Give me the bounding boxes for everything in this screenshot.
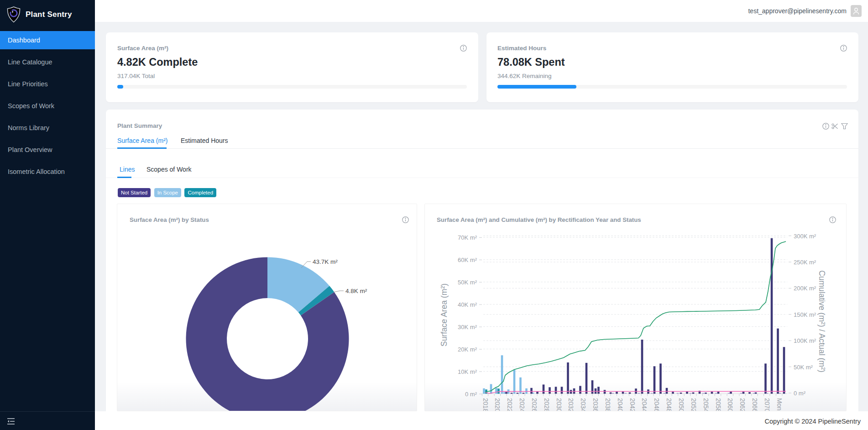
svg-text:2040: 2040 xyxy=(617,398,624,411)
svg-text:2020: 2020 xyxy=(494,398,501,411)
svg-text:2048: 2048 xyxy=(665,398,673,411)
svg-text:300K m²: 300K m² xyxy=(794,233,816,240)
svg-text:150K m²: 150K m² xyxy=(794,311,816,318)
svg-text:2032: 2032 xyxy=(567,398,575,411)
svg-text:43.7K m²: 43.7K m² xyxy=(313,258,338,265)
svg-text:2058: 2058 xyxy=(715,398,722,411)
svg-text:2050: 2050 xyxy=(678,398,685,411)
svg-text:2018: 2018 xyxy=(482,398,489,411)
svg-text:2034: 2034 xyxy=(580,398,587,411)
svg-text:2042: 2042 xyxy=(629,398,636,411)
svg-text:2022: 2022 xyxy=(506,398,513,411)
svg-text:2044: 2044 xyxy=(641,398,648,411)
svg-text:40K m²: 40K m² xyxy=(458,301,477,308)
svg-text:2036: 2036 xyxy=(592,398,599,411)
svg-text:70K m²: 70K m² xyxy=(458,234,477,241)
svg-text:2038: 2038 xyxy=(604,398,612,411)
svg-text:30K m²: 30K m² xyxy=(458,324,477,330)
svg-text:2026: 2026 xyxy=(531,398,538,411)
svg-text:60K m²: 60K m² xyxy=(458,257,477,263)
svg-text:100K m²: 100K m² xyxy=(794,337,816,344)
svg-text:2046: 2046 xyxy=(653,398,660,411)
svg-text:2070: 2070 xyxy=(763,398,771,411)
svg-text:50K m²: 50K m² xyxy=(794,364,813,371)
svg-text:10K m²: 10K m² xyxy=(458,368,477,375)
svg-text:2062: 2062 xyxy=(739,398,746,411)
svg-text:50K m²: 50K m² xyxy=(458,279,477,286)
svg-text:2024: 2024 xyxy=(518,398,526,411)
svg-text:0 m²: 0 m² xyxy=(465,391,477,398)
svg-text:20K m²: 20K m² xyxy=(458,346,477,353)
svg-text:0 m²: 0 m² xyxy=(794,390,806,397)
svg-text:2054: 2054 xyxy=(702,398,710,411)
svg-text:2030: 2030 xyxy=(555,398,563,411)
svg-text:2028: 2028 xyxy=(543,398,550,411)
svg-text:Cumulative (m²) / Actual (m²): Cumulative (m²) / Actual (m²) xyxy=(817,270,826,372)
svg-text:2052: 2052 xyxy=(690,398,697,411)
svg-text:2066: 2066 xyxy=(751,398,758,411)
svg-text:Surface Area (m²): Surface Area (m²) xyxy=(439,283,449,346)
svg-text:2060: 2060 xyxy=(727,398,734,411)
svg-text:250K m²: 250K m² xyxy=(794,259,816,266)
svg-text:4.8K m²: 4.8K m² xyxy=(345,288,367,294)
svg-text:Monit: Monit xyxy=(776,398,783,411)
svg-text:200K m²: 200K m² xyxy=(794,285,816,292)
